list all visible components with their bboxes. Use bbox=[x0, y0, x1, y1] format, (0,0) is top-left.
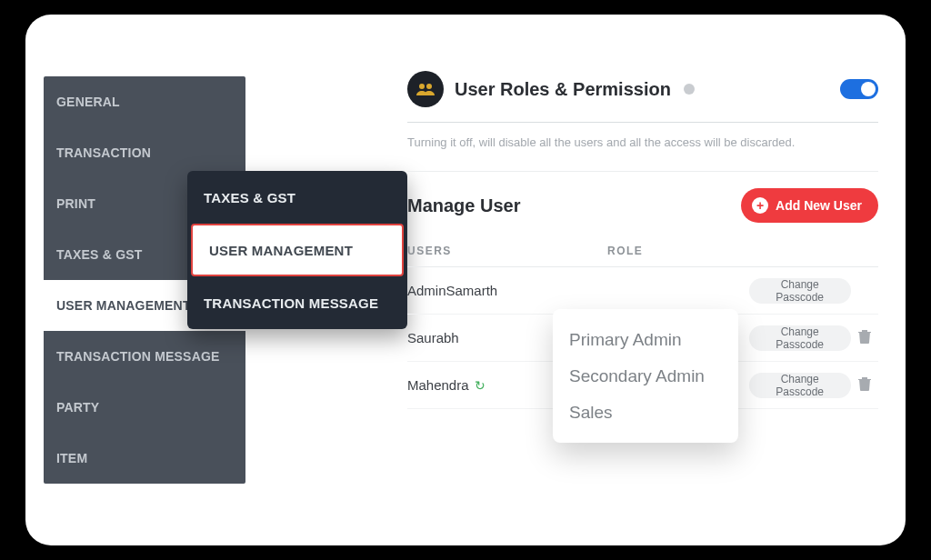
divider bbox=[407, 122, 878, 123]
sidebar-item-transaction-message[interactable]: TRANSACTION MESSAGE bbox=[44, 331, 245, 382]
header-note: Turning it off, will disable all the use… bbox=[407, 135, 878, 149]
users-icon bbox=[407, 71, 444, 107]
add-user-label: Add New User bbox=[776, 198, 862, 213]
subnav: TAXES & GST USER MANAGEMENT TRANSACTION … bbox=[187, 171, 407, 329]
col-header-role: ROLE bbox=[607, 245, 789, 257]
col-header-users: USERS bbox=[407, 245, 607, 257]
user-name: AdminSamarth bbox=[407, 283, 497, 298]
subnav-item-transaction-message[interactable]: TRANSACTION MESSAGE bbox=[187, 276, 407, 329]
subnav-item-taxes-gst[interactable]: TAXES & GST bbox=[187, 171, 407, 224]
role-option-sales[interactable]: Sales bbox=[569, 395, 722, 431]
user-name: Mahendra bbox=[407, 377, 469, 393]
change-passcode-button[interactable]: Change Passcode bbox=[749, 373, 851, 398]
app-card: GENERAL TRANSACTION PRINT TAXES & GST US… bbox=[25, 15, 906, 545]
enable-toggle[interactable] bbox=[840, 79, 878, 99]
info-icon[interactable] bbox=[684, 84, 695, 95]
table-row: AdminSamarth Change Passcode bbox=[407, 267, 878, 315]
plus-icon: + bbox=[752, 197, 768, 214]
page-title: User Roles & Permission bbox=[455, 79, 671, 100]
sidebar-item-party[interactable]: PARTY bbox=[44, 382, 245, 433]
delete-icon[interactable] bbox=[851, 329, 878, 347]
add-user-button[interactable]: + Add New User bbox=[741, 188, 878, 223]
svg-point-1 bbox=[426, 84, 432, 89]
header-row: User Roles & Permission bbox=[407, 71, 878, 107]
divider bbox=[407, 171, 878, 172]
table-header: USERS ROLE bbox=[407, 245, 878, 257]
sync-icon: ↻ bbox=[475, 378, 486, 393]
role-option-secondary-admin[interactable]: Secondary Admin bbox=[569, 358, 722, 395]
svg-point-0 bbox=[419, 84, 425, 89]
user-name: Saurabh bbox=[407, 330, 459, 345]
subnav-item-user-management[interactable]: USER MANAGEMENT bbox=[191, 224, 404, 276]
roles-popup: Primary Admin Secondary Admin Sales bbox=[553, 309, 738, 443]
delete-icon[interactable] bbox=[851, 376, 878, 395]
sidebar-item-general[interactable]: GENERAL bbox=[44, 76, 245, 127]
main-panel: User Roles & Permission Turning it off, … bbox=[407, 71, 878, 518]
manage-title: Manage User bbox=[407, 195, 521, 216]
change-passcode-button[interactable]: Change Passcode bbox=[749, 278, 851, 304]
change-passcode-button[interactable]: Change Passcode bbox=[749, 325, 851, 351]
sidebar-item-item[interactable]: ITEM bbox=[44, 433, 245, 484]
manage-row: Manage User + Add New User bbox=[407, 188, 878, 223]
role-option-primary-admin[interactable]: Primary Admin bbox=[569, 322, 722, 358]
